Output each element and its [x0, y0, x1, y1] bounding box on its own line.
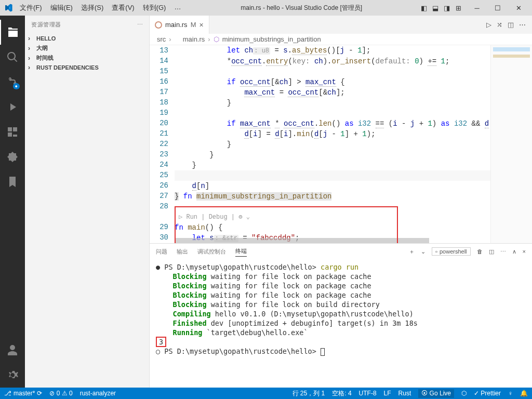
menu-goto[interactable]: 转到(G) [140, 2, 169, 14]
activity-settings-icon[interactable] [0, 363, 25, 388]
menu-view[interactable]: 查看(V) [109, 2, 137, 14]
split-editor-icon[interactable]: ◫ [508, 21, 514, 29]
panel-tabs: 问题 输出 调试控制台 终端 ＋⌄ ▫ powershell 🗑 ◫ ⋯ ∧ × [150, 244, 532, 259]
run-debug-icon[interactable]: ⤭ [497, 21, 502, 29]
status-encoding[interactable]: UTF-8 [359, 389, 377, 398]
activity-debug-icon[interactable] [0, 95, 25, 119]
layout-panel-right-icon[interactable]: ◨ [442, 3, 452, 13]
window-maximize-button[interactable]: ☐ [488, 2, 507, 14]
status-bell-icon[interactable]: 🔔 [520, 389, 528, 398]
sidebar-section-timeline[interactable]: ›时间线 [25, 53, 149, 63]
panel: 问题 输出 调试控制台 终端 ＋⌄ ▫ powershell 🗑 ◫ ⋯ ∧ ×… [150, 243, 532, 388]
activity-scm-icon[interactable]: ● [0, 70, 25, 95]
panel-maximize-icon[interactable]: ∧ [512, 248, 516, 255]
activity-rust-icon[interactable] [0, 144, 25, 169]
menu-file[interactable]: 文件(F) [17, 2, 45, 14]
layout-customize-icon[interactable]: ⊞ [453, 3, 463, 13]
panel-tab-debug[interactable]: 调试控制台 [197, 247, 226, 257]
status-hex-icon[interactable]: ⬡ [461, 389, 467, 398]
menu-edit[interactable]: 编辑(E) [47, 2, 76, 14]
status-cursor-pos[interactable]: 行 25，列 1 [292, 389, 325, 398]
breadcrumb-file[interactable]: main.rs [183, 35, 205, 43]
status-branch[interactable]: ⎇ master* ⟳ [4, 390, 42, 397]
window-minimize-button[interactable]: ─ [468, 2, 486, 14]
tab-close-icon[interactable]: × [199, 21, 203, 29]
menu-bar: 文件(F) 编辑(E) 选择(S) 查看(V) 转到(G) … [17, 2, 184, 14]
line-gutter: 13141516171819202122232425262728 2930313… [150, 45, 175, 243]
title-bar: 文件(F) 编辑(E) 选择(S) 查看(V) 转到(G) … main.rs … [0, 0, 532, 16]
menu-select[interactable]: 选择(S) [78, 2, 107, 14]
sidebar-section-outline[interactable]: ›大纲 [25, 43, 149, 53]
activity-search-icon[interactable] [0, 45, 25, 70]
sidebar-section-rust-deps[interactable]: ›RUST DEPENDENCIES [25, 63, 149, 72]
vscode-logo-icon [4, 4, 12, 12]
sidebar-more-icon[interactable]: ⋯ [137, 21, 143, 28]
sidebar-title: 资源管理器 [31, 21, 61, 29]
tab-main-rs[interactable]: main.rs M × [150, 16, 209, 34]
editor-tabs: main.rs M × ▷ ⤭ ◫ ⋯ [150, 16, 532, 34]
layout-controls: ◧ ⬓ ◨ ⊞ [419, 3, 463, 13]
breadcrumbs[interactable]: src › main.rs › ⬡ minimum_substrings_in_… [150, 34, 532, 45]
highlight-box-main [175, 206, 398, 243]
status-bar: ⎇ master* ⟳ ⊘ 0 ⚠ 0 rust-analyzer 行 25，列… [0, 388, 532, 399]
scm-badge: ● [13, 83, 20, 89]
window-close-button[interactable]: ✕ [509, 2, 528, 14]
terminal-output-highlight: 3 [156, 337, 166, 347]
activity-account-icon[interactable] [0, 338, 25, 363]
rust-file-icon [155, 21, 162, 29]
sidebar: 资源管理器 ⋯ ›HELLO ›大纲 ›时间线 ›RUST DEPENDENCI… [25, 16, 150, 388]
code-content[interactable]: let ch: u8 = s.as_bytes()[j - 1]; *occ_c… [175, 45, 490, 243]
chevron-right-icon: › [28, 64, 34, 71]
tab-modified-indicator: M [191, 21, 196, 29]
terminal-content[interactable]: ● PS D:\mysetup\gopath\rustcode\hello> c… [150, 259, 532, 388]
minimap[interactable] [490, 45, 532, 243]
activity-bookmark-icon[interactable] [0, 169, 25, 194]
status-problems[interactable]: ⊘ 0 ⚠ 0 [49, 390, 72, 397]
terminal-selector[interactable]: ▫ powershell [432, 247, 471, 256]
activity-explorer-icon[interactable] [0, 20, 25, 45]
status-eol[interactable]: LF [384, 389, 391, 398]
symbol-icon: ⬡ [214, 35, 219, 43]
status-indent[interactable]: 空格: 4 [332, 389, 351, 398]
panel-close-icon[interactable]: × [523, 248, 526, 255]
panel-tab-problems[interactable]: 问题 [156, 247, 167, 257]
chevron-right-icon: › [28, 45, 34, 52]
editor-actions: ▷ ⤭ ◫ ⋯ [486, 16, 532, 34]
editor-area: main.rs M × ▷ ⤭ ◫ ⋯ src › main.rs › ⬡ mi… [150, 16, 532, 388]
editor-body[interactable]: 13141516171819202122232425262728 2930313… [150, 45, 532, 243]
layout-panel-bottom-icon[interactable]: ⬓ [430, 3, 441, 13]
breadcrumb-src[interactable]: src [157, 35, 166, 43]
status-rust-analyzer[interactable]: rust-analyzer [80, 390, 116, 397]
sidebar-section-hello[interactable]: ›HELLO [25, 34, 149, 43]
layout-panel-left-icon[interactable]: ◧ [419, 3, 429, 13]
panel-tab-terminal[interactable]: 终端 [235, 246, 247, 257]
panel-tab-output[interactable]: 输出 [177, 247, 188, 257]
sidebar-header: 资源管理器 ⋯ [25, 16, 149, 34]
terminal-new-icon[interactable]: ＋ [409, 248, 415, 256]
activity-extensions-icon[interactable] [0, 119, 25, 144]
rust-file-icon [175, 37, 180, 42]
window-title: main.rs - hello - Visual Studio Code [管理… [184, 4, 419, 12]
status-lang[interactable]: Rust [398, 389, 411, 398]
editor-more-icon[interactable]: ⋯ [519, 21, 526, 29]
panel-more-icon[interactable]: ⋯ [500, 248, 506, 255]
terminal-split-dropdown-icon[interactable]: ⌄ [421, 248, 425, 255]
chevron-right-icon: › [28, 55, 34, 62]
menu-overflow[interactable]: … [171, 2, 184, 14]
terminal-kill-icon[interactable]: 🗑 [477, 248, 483, 255]
tab-label: main.rs [165, 21, 188, 29]
activity-bar: ● [0, 16, 25, 388]
chevron-right-icon: › [28, 35, 34, 42]
run-icon[interactable]: ▷ [486, 21, 491, 29]
breadcrumb-symbol[interactable]: minimum_substrings_in_partition [222, 35, 321, 43]
terminal-split-icon[interactable]: ◫ [489, 248, 494, 255]
status-feedback-icon[interactable]: ♀ [508, 389, 513, 398]
status-golive[interactable]: ⦿ Go Live [418, 389, 454, 398]
status-prettier[interactable]: ✓ Prettier [474, 389, 501, 398]
